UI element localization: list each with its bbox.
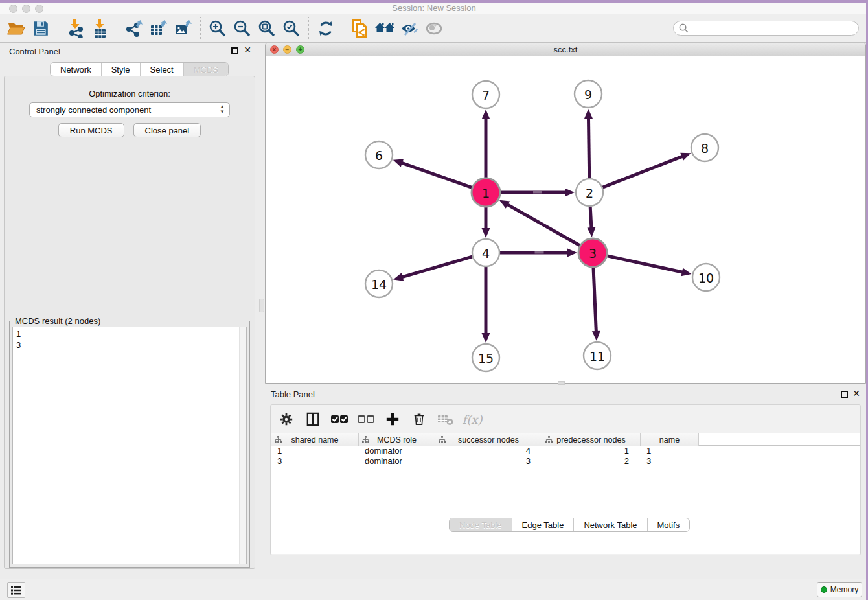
close-panel-icon[interactable]: ✕ [244,45,251,55]
hide-panel-icon[interactable] [397,16,422,41]
graph-edge-arrowhead [482,333,490,343]
table-cell[interactable]: 1 [542,446,641,456]
graph-edge-4-14[interactable] [400,257,472,278]
table-cell[interactable]: 2 [542,456,641,467]
zoom-out-icon[interactable] [230,16,255,41]
tab-network-table[interactable]: Network Table [573,518,646,531]
graph-edge-3-11[interactable] [593,268,597,334]
select-all-icon[interactable] [330,410,348,428]
network-graph[interactable]: 1234678910111415 [266,56,865,383]
zoom-in-icon[interactable] [205,16,230,41]
delete-icon[interactable] [410,410,428,428]
table-row[interactable]: 3dominator323 [271,456,860,467]
graph-node-label: 8 [701,141,709,156]
home-layout-icon[interactable] [372,16,397,41]
graph-edge-2-3[interactable] [590,207,591,231]
column-header-label: name [659,435,680,444]
table-cell[interactable]: dominator [359,446,435,456]
search-icon [678,23,689,34]
graph-edge-1-6[interactable] [399,162,472,187]
network-window-titlebar[interactable]: × − + scc.txt [266,43,865,56]
column-header-name[interactable]: name [641,433,699,446]
table-panel: Table Panel ✕ [265,387,866,579]
tab-mcds[interactable]: MCDS [183,63,228,76]
graph-node-label: 9 [584,87,592,102]
run-mcds-button[interactable]: Run MCDS [58,123,124,137]
mcds-result-text[interactable]: 13 [12,327,247,564]
tab-node-table[interactable]: Node Table [450,518,512,531]
flat-tree-icon[interactable] [439,436,446,445]
mcds-result-legend: MCDS result (2 nodes) [13,316,102,326]
open-file-icon[interactable] [4,16,29,41]
deselect-all-icon[interactable] [357,410,375,428]
table-cell[interactable]: 3 [271,456,359,467]
mcds-scrollbar[interactable] [239,327,246,564]
graph-node-label: 10 [698,271,714,285]
graph-edge-2-8[interactable] [603,156,685,187]
toolbar-separator [308,17,309,40]
status-bar: Memory [0,579,868,600]
tab-motifs[interactable]: Motifs [647,518,690,531]
graph-edge-3-1[interactable] [505,203,580,246]
save-session-icon[interactable] [29,16,53,41]
close-table-panel-icon[interactable]: ✕ [852,388,860,398]
table-cell[interactable]: 1 [641,446,699,456]
import-table-icon[interactable] [87,16,112,41]
table-cell[interactable]: 3 [641,456,699,467]
table-cell[interactable]: 1 [271,446,359,456]
select-stepper-icon: ▲▼ [220,104,225,115]
splitpane-handle-vertical[interactable] [259,299,264,312]
flat-tree-icon[interactable] [362,436,369,445]
column-header-shared-name[interactable]: shared name [271,433,359,446]
function-builder-icon: f(x) [463,410,481,428]
column-header-MCDS-role[interactable]: MCDS role [359,433,435,446]
search-field[interactable] [673,21,859,36]
flat-tree-icon[interactable] [275,436,282,445]
table-row[interactable]: 1dominator411 [271,446,860,456]
refresh-icon[interactable] [314,16,338,41]
application-window: Session: New Session [0,0,868,600]
criterion-select[interactable]: strongly connected component ▲▼ [29,102,230,117]
graph-edge-2-9[interactable] [588,115,589,178]
search-input[interactable] [689,23,858,34]
import-network-icon[interactable] [63,16,87,41]
gear-icon[interactable] [277,410,295,428]
graph-node-label: 4 [482,246,490,260]
float-panel-icon[interactable] [231,47,238,54]
clear-table-icon [437,410,455,428]
flat-tree-icon[interactable] [545,436,553,445]
zoom-selected-icon[interactable] [279,16,304,41]
add-column-icon[interactable] [383,410,402,428]
zoom-fit-icon[interactable] [255,16,279,41]
memory-button[interactable]: Memory [817,582,862,597]
close-panel-button[interactable]: Close panel [133,123,201,137]
tab-network[interactable]: Network [51,63,101,76]
splitpane-handle-horizontal[interactable] [558,381,565,385]
graph-edge-label-mark [533,191,542,194]
table-toolbar: f(x) [277,407,481,432]
float-table-panel-icon[interactable] [841,391,848,398]
tab-select[interactable]: Select [140,63,183,76]
window-accent-strip [0,0,868,3]
network-canvas[interactable]: 1234678910111415 [266,56,865,383]
duplicate-network-icon[interactable] [348,16,372,41]
export-table-icon[interactable] [146,16,171,41]
task-history-button[interactable] [7,582,25,598]
main-toolbar [0,14,868,43]
columns-icon[interactable] [304,410,322,428]
column-header-label: predecessor nodes [556,435,625,444]
table-cell[interactable]: 4 [435,446,542,456]
memory-label: Memory [830,585,858,594]
table-cell[interactable]: 3 [435,456,542,467]
export-image-icon[interactable] [171,16,196,41]
graph-edge-3-10[interactable] [607,256,685,273]
column-header-successor-nodes[interactable]: successor nodes [435,433,542,446]
export-network-icon[interactable] [122,16,146,41]
table-cell[interactable]: dominator [359,456,435,467]
graph-node-label: 6 [375,148,383,163]
tab-edge-table[interactable]: Edge Table [512,518,574,531]
column-header-predecessor-nodes[interactable]: predecessor nodes [542,433,641,446]
graph-edge-label-mark [535,251,544,254]
mcds-result-line: 3 [16,340,246,351]
tab-style[interactable]: Style [101,63,140,76]
